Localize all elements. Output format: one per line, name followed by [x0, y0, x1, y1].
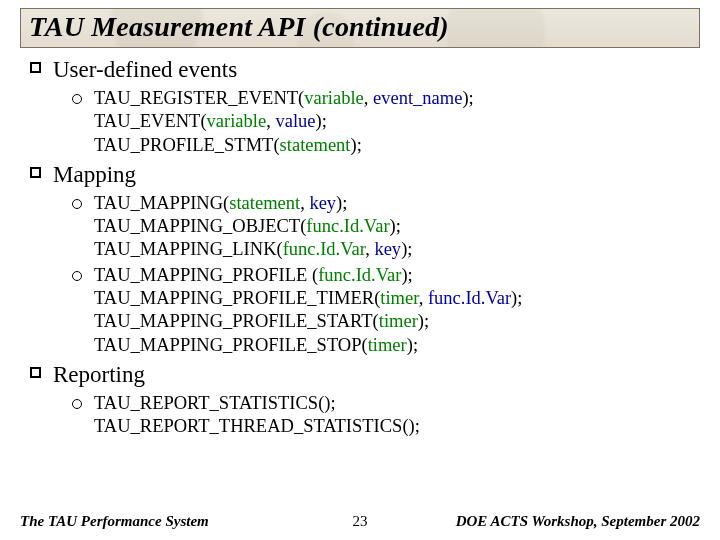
function-name: TAU_MAPPING_LINK	[94, 239, 277, 259]
code-line: TAU_MAPPING_PROFILE_START(timer);	[94, 310, 522, 333]
level2-item: TAU_MAPPING(statement, key);TAU_MAPPING_…	[72, 192, 700, 262]
circle-bullet-icon	[72, 199, 82, 209]
param: func.Id.Var	[318, 265, 401, 285]
level2-item: TAU_REGISTER_EVENT(variable, event_name)…	[72, 87, 700, 157]
code-line: TAU_EVENT(variable, value);	[94, 110, 474, 133]
code-line: TAU_MAPPING(statement, key);	[94, 192, 412, 215]
function-name: TAU_MAPPING_PROFILE	[94, 265, 312, 285]
code-line: TAU_MAPPING_PROFILE_TIMER(timer, func.Id…	[94, 287, 522, 310]
param: func.Id.Var	[306, 216, 389, 236]
function-name: TAU_MAPPING_PROFILE_TIMER	[94, 288, 374, 308]
level1-heading: Reporting	[53, 361, 145, 390]
param: variable	[304, 88, 364, 108]
function-name: TAU_MAPPING_OBJECT	[94, 216, 300, 236]
code-line: TAU_REGISTER_EVENT(variable, event_name)…	[94, 87, 474, 110]
circle-bullet-icon	[72, 399, 82, 409]
code-lines: TAU_MAPPING(statement, key);TAU_MAPPING_…	[94, 192, 412, 262]
slide: TAU Measurement API (continued) User-def…	[0, 0, 720, 540]
square-bullet-icon	[30, 62, 41, 73]
param-sep: ,	[300, 193, 309, 213]
level2-group: TAU_REPORT_STATISTICS();TAU_REPORT_THREA…	[26, 392, 700, 439]
title-box: TAU Measurement API (continued)	[20, 8, 700, 48]
level2-item: TAU_REPORT_STATISTICS();TAU_REPORT_THREA…	[72, 392, 700, 439]
code-line: TAU_MAPPING_LINK(func.Id.Var, key);	[94, 238, 412, 261]
level1-heading: Mapping	[53, 161, 136, 190]
level1-heading: User-defined events	[53, 56, 237, 85]
square-bullet-icon	[30, 167, 41, 178]
slide-number: 23	[353, 513, 368, 530]
param: timer	[380, 288, 418, 308]
param: func.Id.Var	[428, 288, 511, 308]
param: func.Id.Var	[283, 239, 365, 259]
code-lines: TAU_MAPPING_PROFILE (func.Id.Var);TAU_MA…	[94, 264, 522, 357]
function-name: TAU_MAPPING_PROFILE_STOP	[94, 335, 362, 355]
level2-group: TAU_REGISTER_EVENT(variable, event_name)…	[26, 87, 700, 157]
param: timer	[379, 311, 418, 331]
param: timer	[368, 335, 407, 355]
function-name: TAU_PROFILE_STMT	[94, 135, 273, 155]
function-name: TAU_REGISTER_EVENT	[94, 88, 298, 108]
slide-title: TAU Measurement API (continued)	[29, 11, 691, 43]
level1-item: Mapping	[26, 161, 700, 190]
footer-right: DOE ACTS Workshop, September 2002	[456, 513, 700, 530]
square-bullet-icon	[30, 367, 41, 378]
param: value	[275, 111, 315, 131]
param: event_name	[373, 88, 462, 108]
param: key	[374, 239, 401, 259]
function-name: TAU_MAPPING_PROFILE_START	[94, 311, 373, 331]
param-sep: ,	[419, 288, 428, 308]
code-line: TAU_PROFILE_STMT(statement);	[94, 134, 474, 157]
code-line: TAU_MAPPING_PROFILE (func.Id.Var);	[94, 264, 522, 287]
code-lines: TAU_REPORT_STATISTICS();TAU_REPORT_THREA…	[94, 392, 420, 439]
level1-item: Reporting	[26, 361, 700, 390]
param-sep: ,	[364, 88, 373, 108]
circle-bullet-icon	[72, 271, 82, 281]
function-name: TAU_EVENT	[94, 111, 200, 131]
slide-content: User-defined eventsTAU_REGISTER_EVENT(va…	[20, 56, 700, 438]
function-name: TAU_REPORT_STATISTICS	[94, 393, 318, 413]
param: key	[309, 193, 336, 213]
code-line: TAU_MAPPING_OBJECT(func.Id.Var);	[94, 215, 412, 238]
function-name: TAU_MAPPING	[94, 193, 223, 213]
level2-item: TAU_MAPPING_PROFILE (func.Id.Var);TAU_MA…	[72, 264, 700, 357]
param: variable	[207, 111, 267, 131]
level1-item: User-defined events	[26, 56, 700, 85]
param: statement	[229, 193, 300, 213]
footer-left: The TAU Performance System	[20, 513, 209, 530]
code-lines: TAU_REGISTER_EVENT(variable, event_name)…	[94, 87, 474, 157]
function-name: TAU_REPORT_THREAD_STATISTICS	[94, 416, 402, 436]
param: statement	[280, 135, 351, 155]
code-line: TAU_MAPPING_PROFILE_STOP(timer);	[94, 334, 522, 357]
code-line: TAU_REPORT_STATISTICS();	[94, 392, 420, 415]
footer: The TAU Performance System 23 DOE ACTS W…	[0, 513, 720, 530]
code-line: TAU_REPORT_THREAD_STATISTICS();	[94, 415, 420, 438]
level2-group: TAU_MAPPING(statement, key);TAU_MAPPING_…	[26, 192, 700, 357]
circle-bullet-icon	[72, 94, 82, 104]
